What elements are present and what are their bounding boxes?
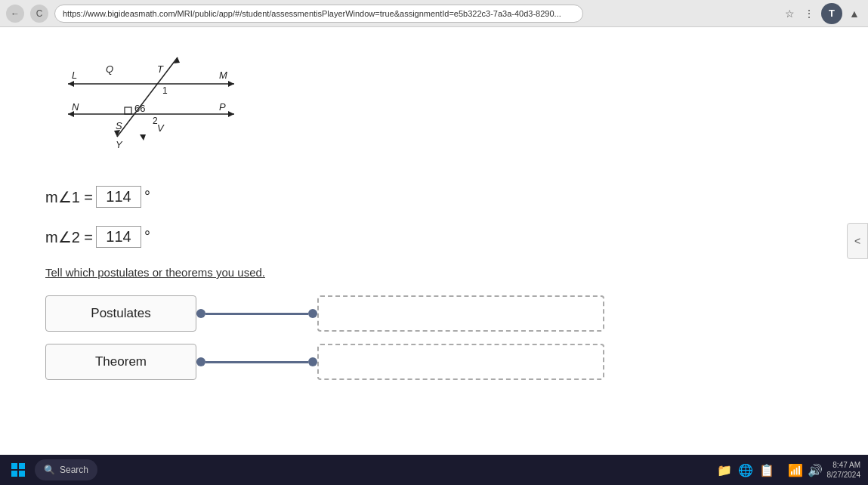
- postulates-drag-row: Postulates: [45, 295, 823, 332]
- angle2-degree: °: [144, 228, 150, 246]
- angle1-value-box: 114: [96, 186, 141, 208]
- volume-icon: 🔊: [808, 463, 823, 477]
- prompt-text: Tell which postulates or theorems you us…: [45, 266, 823, 279]
- svg-text:L: L: [72, 70, 77, 81]
- theorem-drag-row: Theorem: [45, 344, 823, 380]
- angle1-degree: °: [144, 188, 150, 205]
- theorem-drop-zone[interactable]: [317, 344, 604, 380]
- url-text: https://www.bigideasmath.com/MRI/public/…: [63, 9, 561, 18]
- connector-line: [205, 313, 308, 315]
- equation-angle2: m∠2 = 114 °: [45, 226, 823, 248]
- address-bar[interactable]: https://www.bigideasmath.com/MRI/public/…: [54, 5, 583, 23]
- browser-menu-icon[interactable]: ⋮: [802, 6, 817, 21]
- clock-time: 8:47 AM: [827, 460, 861, 470]
- svg-line-7: [117, 57, 178, 137]
- clock-date: 8/27/2024: [827, 470, 861, 480]
- browser-icons: ☆ ⋮ T ▲: [782, 3, 862, 24]
- svg-text:N: N: [72, 101, 79, 113]
- wifi-icon: 📶: [788, 463, 803, 477]
- taskbar: 🔍 Search 📁 🌐 📋 📶 🔊 8:47 AM 8/27/2024: [0, 455, 868, 485]
- windows-start-button[interactable]: [8, 459, 29, 480]
- search-icon: 🔍: [44, 465, 55, 475]
- main-content: L Q T M 1 N P 66 2: [0, 27, 868, 455]
- svg-rect-26: [19, 471, 25, 477]
- postulates-drop-zone[interactable]: [317, 295, 604, 332]
- star-icon[interactable]: ☆: [782, 6, 797, 21]
- taskbar-start: [8, 459, 29, 480]
- browser-bar: ← C https://www.bigideasmath.com/MRI/pub…: [0, 0, 868, 27]
- svg-text:Q: Q: [106, 63, 113, 75]
- postulates-connector: [196, 309, 317, 318]
- svg-marker-2: [68, 81, 74, 87]
- svg-marker-12: [228, 111, 234, 117]
- svg-text:P: P: [219, 101, 226, 113]
- theorem-connector-dot-left: [196, 357, 205, 366]
- svg-text:66: 66: [134, 103, 145, 114]
- connector-dot-right: [308, 309, 317, 318]
- taskbar-browser-icon[interactable]: 🌐: [738, 463, 753, 477]
- equation-angle1: m∠1 = 114 °: [45, 186, 823, 208]
- taskbar-search[interactable]: 🔍 Search: [35, 459, 97, 480]
- svg-marker-19: [140, 134, 146, 141]
- angle1-label: m∠1 =: [45, 188, 93, 206]
- svg-text:Y: Y: [116, 139, 123, 150]
- angle2-value-box: 114: [96, 226, 141, 248]
- search-label: Search: [60, 465, 88, 475]
- svg-rect-16: [125, 107, 131, 114]
- svg-text:1: 1: [162, 85, 168, 96]
- angle2-label: m∠2 =: [45, 228, 93, 246]
- theorem-connector-dot-right: [308, 357, 317, 366]
- expand-icon[interactable]: ▲: [847, 6, 862, 21]
- theorem-drag-item[interactable]: Theorem: [45, 344, 196, 380]
- svg-text:M: M: [219, 70, 227, 81]
- svg-text:T: T: [157, 63, 164, 75]
- system-tray: 📶 🔊 8:47 AM 8/27/2024: [788, 460, 861, 480]
- geometry-diagram: L Q T M 1 N P 66 2: [45, 42, 287, 178]
- nav-back-button[interactable]: ←: [6, 5, 24, 23]
- postulates-drag-item[interactable]: Postulates: [45, 295, 196, 332]
- sidebar-toggle-button[interactable]: <: [847, 223, 868, 259]
- svg-rect-24: [19, 463, 25, 469]
- nav-refresh-button[interactable]: C: [30, 5, 48, 23]
- svg-rect-23: [11, 463, 17, 469]
- theorem-connector-line: [205, 361, 308, 363]
- taskbar-app-icons: 📁 🌐 📋: [717, 463, 774, 477]
- system-clock: 8:47 AM 8/27/2024: [827, 460, 861, 480]
- taskbar-file-icon[interactable]: 📁: [717, 463, 732, 477]
- svg-rect-25: [11, 471, 17, 477]
- diagram-svg: L Q T M 1 N P 66 2: [45, 42, 287, 178]
- svg-text:S: S: [116, 120, 122, 131]
- svg-marker-1: [228, 81, 234, 87]
- user-avatar: T: [821, 3, 842, 24]
- connector-dot-left: [196, 309, 205, 318]
- taskbar-app-icon[interactable]: 📋: [759, 463, 774, 477]
- theorem-connector: [196, 357, 317, 366]
- svg-text:V: V: [157, 122, 165, 134]
